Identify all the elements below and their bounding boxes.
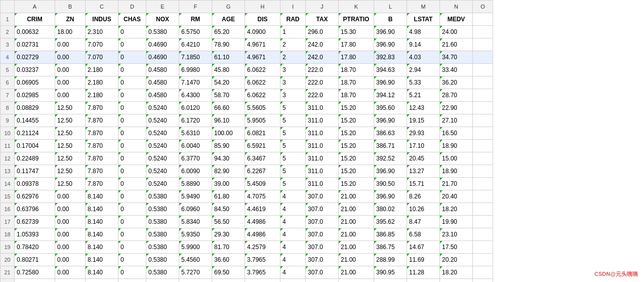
data-cell[interactable]: 7.870 xyxy=(86,140,118,152)
data-cell[interactable]: 0.5380 xyxy=(146,203,179,216)
data-cell[interactable]: 17.80 xyxy=(339,51,374,64)
data-cell[interactable]: 0.00 xyxy=(55,216,86,228)
data-cell[interactable]: 311.0 xyxy=(306,114,339,127)
data-cell[interactable]: 5.6310 xyxy=(179,127,212,140)
data-cell[interactable] xyxy=(473,190,493,203)
data-cell[interactable]: 6.4300 xyxy=(179,89,212,102)
data-cell[interactable]: 19.90 xyxy=(440,216,473,228)
data-cell[interactable]: 3 xyxy=(280,76,306,89)
data-cell[interactable]: 6.58 xyxy=(407,228,440,241)
data-cell[interactable]: 307.0 xyxy=(306,254,339,266)
data-cell[interactable]: 2.94 xyxy=(407,64,440,76)
data-cell[interactable]: 0 xyxy=(118,216,146,228)
data-cell[interactable]: 21.00 xyxy=(339,241,374,254)
data-cell[interactable]: 3 xyxy=(280,64,306,76)
data-cell[interactable]: 13.27 xyxy=(407,165,440,178)
data-cell[interactable]: 380.02 xyxy=(374,203,407,216)
data-cell[interactable] xyxy=(473,89,493,102)
data-cell[interactable]: 311.0 xyxy=(306,178,339,190)
data-cell[interactable]: 392.52 xyxy=(374,152,407,165)
data-cell[interactable] xyxy=(473,178,493,190)
data-cell[interactable]: 20.40 xyxy=(440,190,473,203)
data-cell[interactable]: 386.63 xyxy=(374,127,407,140)
col-header-C[interactable]: C xyxy=(86,1,118,13)
data-cell[interactable]: AGE xyxy=(212,13,245,26)
data-cell[interactable]: 27.10 xyxy=(440,114,473,127)
data-cell[interactable]: 8.47 xyxy=(407,216,440,228)
data-cell[interactable]: 0.4690 xyxy=(146,38,179,51)
data-cell[interactable]: 0.63796 xyxy=(15,203,55,216)
data-cell[interactable]: 0 xyxy=(118,203,146,216)
data-cell[interactable]: 4.4986 xyxy=(245,216,280,228)
data-cell[interactable]: 12.50 xyxy=(55,127,86,140)
data-cell[interactable]: 4 xyxy=(280,241,306,254)
data-cell[interactable]: 307.0 xyxy=(306,241,339,254)
data-cell[interactable]: 4 xyxy=(280,266,306,279)
data-cell[interactable]: 4.9671 xyxy=(245,38,280,51)
data-cell[interactable] xyxy=(15,279,55,283)
data-cell[interactable]: 3.7965 xyxy=(245,266,280,279)
col-header-M[interactable]: M xyxy=(407,1,440,13)
data-cell[interactable]: 11.28 xyxy=(407,266,440,279)
data-cell[interactable]: 311.0 xyxy=(306,127,339,140)
data-cell[interactable]: 0 xyxy=(118,76,146,89)
data-cell[interactable]: 58.70 xyxy=(212,89,245,102)
data-cell[interactable]: 24.00 xyxy=(440,26,473,38)
col-header-L[interactable]: L xyxy=(374,1,407,13)
data-cell[interactable]: 21.00 xyxy=(339,228,374,241)
data-cell[interactable]: 17.10 xyxy=(407,140,440,152)
data-cell[interactable]: 0.02985 xyxy=(15,89,55,102)
data-cell[interactable]: 6.4210 xyxy=(179,38,212,51)
data-cell[interactable] xyxy=(280,279,306,283)
data-cell[interactable]: 0.21124 xyxy=(15,127,55,140)
data-cell[interactable]: 0.00 xyxy=(55,203,86,216)
data-cell[interactable] xyxy=(440,279,473,283)
data-cell[interactable]: 5 xyxy=(280,114,306,127)
data-cell[interactable]: 6.5921 xyxy=(245,140,280,152)
data-cell[interactable] xyxy=(473,165,493,178)
data-cell[interactable] xyxy=(407,279,440,283)
data-cell[interactable]: 5 xyxy=(280,127,306,140)
data-cell[interactable]: 5 xyxy=(280,102,306,114)
data-cell[interactable]: 8.140 xyxy=(86,190,118,203)
data-cell[interactable]: 0.5240 xyxy=(146,152,179,165)
data-cell[interactable]: 18.90 xyxy=(440,140,473,152)
data-cell[interactable]: 0 xyxy=(118,165,146,178)
data-cell[interactable]: 6.2267 xyxy=(245,165,280,178)
data-cell[interactable]: 7.1470 xyxy=(179,76,212,89)
data-cell[interactable]: 5.4560 xyxy=(179,254,212,266)
data-cell[interactable]: 0.5380 xyxy=(146,266,179,279)
data-cell[interactable]: 0 xyxy=(118,266,146,279)
data-cell[interactable] xyxy=(146,279,179,283)
data-cell[interactable]: 4.0900 xyxy=(245,26,280,38)
data-cell[interactable]: 395.60 xyxy=(374,102,407,114)
col-header-F[interactable]: F xyxy=(179,1,212,13)
data-cell[interactable]: 12.50 xyxy=(55,102,86,114)
data-cell[interactable]: 0.00632 xyxy=(15,26,55,38)
data-cell[interactable]: 23.10 xyxy=(440,228,473,241)
data-cell[interactable]: 54.20 xyxy=(212,76,245,89)
data-cell[interactable]: 84.50 xyxy=(212,203,245,216)
data-cell[interactable]: 15.20 xyxy=(339,178,374,190)
data-cell[interactable]: 6.3770 xyxy=(179,152,212,165)
data-cell[interactable]: 96.10 xyxy=(212,114,245,127)
data-cell[interactable]: 4 xyxy=(280,216,306,228)
data-cell[interactable]: DIS xyxy=(245,13,280,26)
data-cell[interactable]: 0 xyxy=(118,114,146,127)
data-cell[interactable]: 296.0 xyxy=(306,26,339,38)
col-header-H[interactable]: H xyxy=(245,1,280,13)
data-cell[interactable]: 21.70 xyxy=(440,178,473,190)
data-cell[interactable]: 4.98 xyxy=(407,26,440,38)
data-cell[interactable]: 7.070 xyxy=(86,38,118,51)
data-cell[interactable]: 15.20 xyxy=(339,102,374,114)
data-cell[interactable]: 5.21 xyxy=(407,89,440,102)
data-cell[interactable]: 0.4580 xyxy=(146,64,179,76)
data-cell[interactable]: 21.00 xyxy=(339,266,374,279)
data-cell[interactable]: 6.0120 xyxy=(179,102,212,114)
data-cell[interactable]: 17.50 xyxy=(440,241,473,254)
data-cell[interactable]: 36.60 xyxy=(212,254,245,266)
data-cell[interactable] xyxy=(473,76,493,89)
data-cell[interactable]: 12.50 xyxy=(55,178,86,190)
data-cell[interactable]: 386.75 xyxy=(374,241,407,254)
data-cell[interactable]: 65.20 xyxy=(212,26,245,38)
